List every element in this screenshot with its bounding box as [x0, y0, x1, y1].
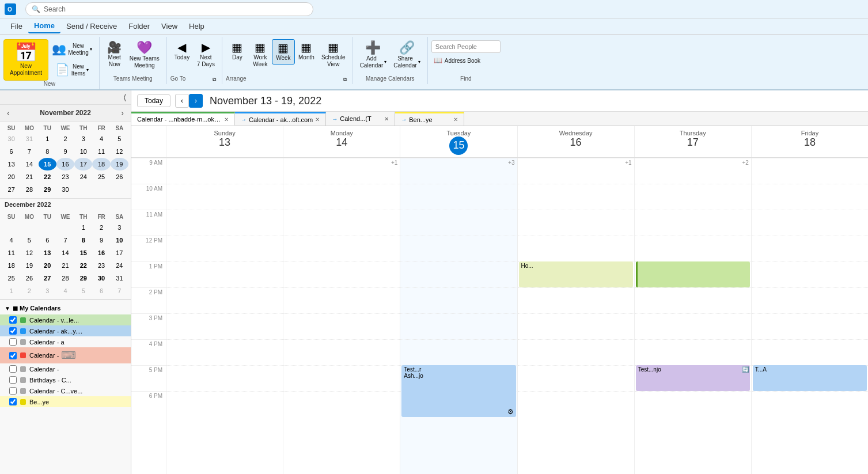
mini-cal-day[interactable]: 1	[74, 221, 92, 234]
fri-slot-5[interactable]	[752, 287, 868, 313]
calendar-item-2-checkbox[interactable]	[9, 327, 17, 335]
new-appointment-button[interactable]: 📅 NewAppointment	[3, 39, 48, 81]
mini-cal-day[interactable]: 19	[111, 158, 128, 170]
meet-now-button[interactable]: 🎥 MeetNow	[103, 39, 126, 70]
calendar-item-4-checkbox[interactable]	[9, 352, 17, 359]
mini-cal-day[interactable]: 4	[92, 132, 110, 145]
thu-slot-9[interactable]	[635, 391, 751, 417]
wed-event-1pm[interactable]: Ho...	[519, 261, 633, 287]
fri-slot-0[interactable]	[752, 158, 868, 184]
mini-cal-day[interactable]: 10	[74, 145, 92, 158]
mini-cal-day[interactable]: 25	[92, 170, 110, 183]
mini-cal-day[interactable]: 26	[111, 170, 128, 183]
mini-cal-day[interactable]: 27	[2, 183, 20, 196]
thu-slot-3[interactable]	[635, 236, 751, 261]
mini-cal-day[interactable]: 21	[20, 170, 38, 183]
mini-cal-day[interactable]: 16	[92, 247, 110, 259]
mini-cal-day[interactable]: 31	[20, 132, 38, 145]
tue-slot-0[interactable]: +3	[400, 158, 517, 184]
today-button[interactable]: ◀ Today	[170, 39, 194, 63]
mini-cal-day[interactable]: 22	[39, 170, 56, 183]
mini-cal-day[interactable]: 1	[2, 285, 20, 297]
wed-slot-8[interactable]	[518, 365, 634, 391]
calendar-item-8[interactable]: Be...ye	[0, 396, 131, 407]
mini-cal-day[interactable]: 3	[111, 221, 128, 234]
mini-cal-day[interactable]	[20, 221, 38, 234]
thu-event-5pm[interactable]: Test...njo 🔄	[636, 365, 750, 391]
calendar-item-1-checkbox[interactable]	[9, 316, 17, 324]
mini-cal-day[interactable]: 26	[20, 272, 38, 285]
cal-tab-2[interactable]: → Calendar - ak...oft.com ✕	[235, 112, 326, 126]
mini-cal-day[interactable]: 18	[2, 259, 20, 272]
mini-cal-day[interactable]: 29	[74, 272, 92, 285]
wed-slot-9[interactable]	[518, 391, 634, 417]
mini-cal-day[interactable]: 3	[39, 285, 56, 297]
wed-slot-1[interactable]	[518, 184, 634, 210]
day-col-thu[interactable]: +2 Test...njo	[634, 158, 751, 474]
menu-home[interactable]: Home	[28, 19, 60, 33]
mini-cal-day[interactable]: 25	[2, 272, 20, 285]
thu-slot-0[interactable]: +2	[635, 158, 751, 184]
mon-slot-5[interactable]	[283, 287, 400, 313]
fri-slot-9[interactable]	[752, 391, 868, 417]
mini-cal-day[interactable]: 28	[20, 183, 38, 196]
mini-cal-day[interactable]: 30	[2, 132, 20, 145]
cal-tab-3-close[interactable]: ✕	[384, 116, 389, 122]
mini-cal-day[interactable]: 19	[20, 259, 38, 272]
mon-slot-6[interactable]	[283, 313, 400, 339]
calendar-item-7[interactable]: Calendar - C...ve...	[0, 385, 131, 396]
sun-slot-0[interactable]	[166, 158, 283, 184]
mini-cal-day[interactable]	[92, 183, 110, 196]
mini-cal-day[interactable]: 18	[92, 158, 110, 170]
day-col-mon[interactable]: +1	[283, 158, 400, 474]
fri-slot-3[interactable]	[752, 236, 868, 261]
mini-cal-day[interactable]: 6	[2, 145, 20, 158]
wed-slot-7[interactable]	[518, 339, 634, 365]
mini-cal-day[interactable]: 15	[74, 247, 92, 259]
sun-slot-6[interactable]	[166, 313, 283, 339]
thu-slot-6[interactable]	[635, 313, 751, 339]
week-view-button[interactable]: ▦ Week	[272, 39, 295, 65]
sun-slot-7[interactable]	[166, 339, 283, 365]
mini-cal-day[interactable]: 4	[2, 234, 20, 247]
mon-slot-7[interactable]	[283, 339, 400, 365]
add-calendar-button[interactable]: ➕ AddCalendar ▾	[357, 39, 391, 71]
wed-slot-2[interactable]	[518, 210, 634, 236]
sun-slot-2[interactable]	[166, 210, 283, 236]
fri-slot-7[interactable]	[752, 339, 868, 365]
tue-slot-6[interactable]	[400, 313, 517, 339]
mini-cal-day[interactable]: 28	[56, 272, 74, 285]
calendar-item-2[interactable]: Calendar - ak...y....	[0, 325, 131, 336]
thu-slot-1[interactable]	[635, 184, 751, 210]
thu-event-1pm[interactable]	[636, 261, 750, 287]
mini-cal-day[interactable]: 21	[56, 259, 74, 272]
mini-cal-day[interactable]: 13	[39, 247, 56, 259]
new-items-button[interactable]: 📄 NewItems ▾	[48, 60, 96, 79]
mini-cal-day[interactable]: 7	[111, 285, 128, 297]
mini-cal-day[interactable]: 6	[39, 234, 56, 247]
sun-slot-1[interactable]	[166, 184, 283, 210]
cal-today-button[interactable]: Today	[137, 94, 170, 107]
day-col-tue[interactable]: +3 Test...r Ash...jo ⚙	[400, 158, 517, 474]
fri-slot-2[interactable]	[752, 210, 868, 236]
wed-slot-0[interactable]: +1	[518, 158, 634, 184]
mini-cal-day[interactable]: 31	[111, 272, 128, 285]
mini-cal-day[interactable]: 24	[111, 259, 128, 272]
calendar-item-8-checkbox[interactable]	[9, 398, 17, 405]
mini-cal-day[interactable]: 27	[39, 272, 56, 285]
mini-cal-day[interactable]: 23	[56, 170, 74, 183]
tue-slot-4[interactable]	[400, 261, 517, 287]
tue-slot-7[interactable]	[400, 339, 517, 365]
mini-cal-day[interactable]: 3	[74, 132, 92, 145]
mini-cal-day[interactable]: 20	[2, 170, 20, 183]
sidebar-collapse-button[interactable]: ⟨	[121, 92, 128, 103]
mini-cal-day[interactable]: 16	[56, 158, 74, 170]
menu-file[interactable]: File	[5, 20, 28, 33]
new-meeting-button[interactable]: 👥 NewMeeting ▾	[48, 39, 96, 59]
menu-send-receive[interactable]: Send / Receive	[60, 20, 123, 33]
mini-cal-day[interactable]: 7	[56, 234, 74, 247]
calendar-item-6-checkbox[interactable]	[9, 376, 17, 384]
mini-cal-day[interactable]: 11	[92, 145, 110, 158]
mini-cal-day[interactable]: 22	[74, 259, 92, 272]
fri-slot-4[interactable]	[752, 261, 868, 287]
